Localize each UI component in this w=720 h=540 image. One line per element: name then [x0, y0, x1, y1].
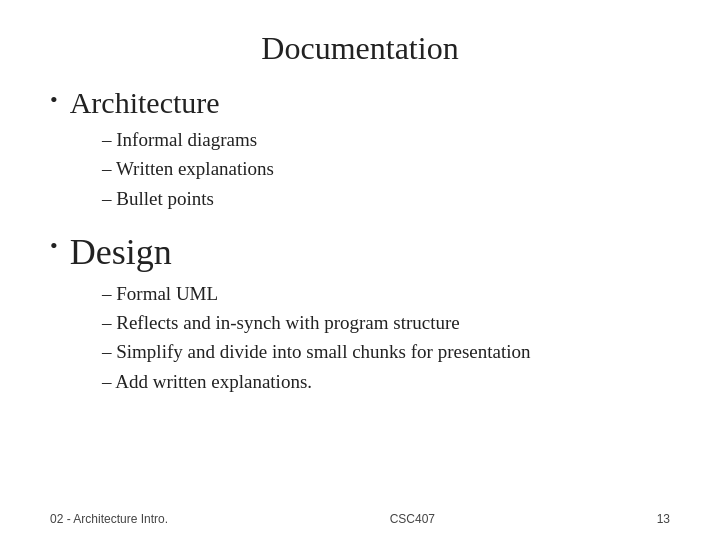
architecture-heading: Architecture [70, 85, 220, 121]
arch-sub-1: Informal diagrams [102, 125, 670, 154]
arch-sub-3: Bullet points [102, 184, 670, 213]
footer-right: 13 [657, 512, 670, 526]
design-sub-2: Reflects and in-synch with program struc… [102, 308, 670, 337]
design-sub-1: Formal UML [102, 279, 670, 308]
section-architecture: • Architecture Informal diagrams Written… [50, 85, 670, 221]
architecture-sub-bullets: Informal diagrams Written explanations B… [102, 125, 670, 213]
bullet-dot-2: • [50, 233, 58, 259]
design-heading: Design [70, 231, 172, 274]
slide-title: Documentation [50, 30, 670, 67]
bullet-main-design: • Design [50, 231, 670, 274]
design-sub-4: Add written explanations. [102, 367, 670, 396]
slide: Documentation • Architecture Informal di… [0, 0, 720, 540]
bullet-dot-1: • [50, 87, 58, 113]
slide-footer: 02 - Architecture Intro. CSC407 13 [50, 512, 670, 526]
design-sub-3: Simplify and divide into small chunks fo… [102, 337, 670, 366]
footer-left: 02 - Architecture Intro. [50, 512, 168, 526]
arch-sub-2: Written explanations [102, 154, 670, 183]
design-sub-bullets: Formal UML Reflects and in-synch with pr… [102, 279, 670, 397]
section-design: • Design Formal UML Reflects and in-sync… [50, 231, 670, 404]
bullet-main-architecture: • Architecture [50, 85, 670, 121]
footer-center: CSC407 [390, 512, 435, 526]
